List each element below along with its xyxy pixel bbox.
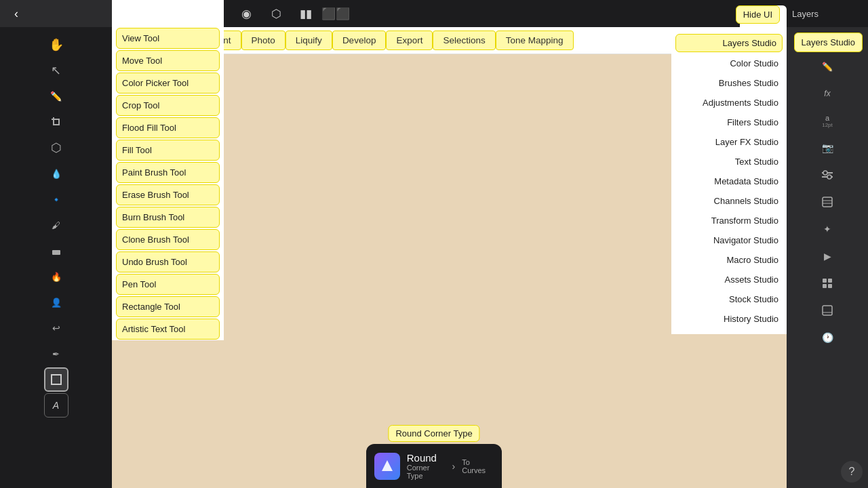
text-tool-icon[interactable]: A bbox=[44, 393, 68, 418]
bottom-text-group: Round Corner Type bbox=[407, 452, 446, 480]
layers-title: Layers bbox=[792, 9, 818, 19]
flood-fill-tool-label[interactable]: Flood Fill Tool bbox=[116, 117, 220, 138]
layers-header: Layers bbox=[787, 0, 868, 27]
fill-tool-label[interactable]: Fill Tool bbox=[116, 140, 220, 161]
svg-rect-4 bbox=[52, 250, 60, 255]
menu-export[interactable]: Export bbox=[386, 30, 433, 50]
move-tool-label[interactable]: Move Tool bbox=[116, 50, 220, 71]
eraser-tool-icon[interactable] bbox=[44, 239, 68, 263]
burn-brush-tool-label[interactable]: Burn Brush Tool bbox=[116, 207, 220, 228]
pencil-tool-icon[interactable]: ✏️ bbox=[44, 84, 68, 108]
sidebar-play-icon[interactable]: ▶ bbox=[815, 244, 840, 268]
studio-item-history[interactable]: History Studio bbox=[671, 309, 787, 329]
menu-develop[interactable]: Develop bbox=[332, 30, 387, 50]
svg-rect-13 bbox=[823, 279, 827, 283]
rectangle-tool-label[interactable]: Rectangle Tool bbox=[116, 296, 220, 317]
sidebar-layer-grid-icon[interactable] bbox=[815, 190, 840, 214]
layers-studio-tooltip[interactable]: Layers Studio bbox=[794, 33, 863, 52]
svg-rect-14 bbox=[828, 279, 832, 283]
sidebar-clock-icon[interactable]: 🕐 bbox=[815, 325, 840, 350]
studio-item-stock[interactable]: Stock Studio bbox=[671, 289, 787, 309]
tool-labels-panel: View Tool Move Tool Color Picker Tool Cr… bbox=[112, 0, 224, 340]
svg-rect-10 bbox=[823, 197, 832, 207]
nav-icon-undo[interactable]: ◉ bbox=[231, 0, 261, 27]
studio-item-navigator[interactable]: Navigator Studio bbox=[671, 230, 787, 250]
bottom-panel: Round Corner Type › To Curves bbox=[366, 444, 502, 488]
studio-item-adjustments[interactable]: Adjustments Studio bbox=[671, 93, 787, 113]
nav-icon-grid[interactable]: ⬛⬛ bbox=[321, 0, 351, 27]
eyedropper-tool-icon[interactable]: 💧 bbox=[44, 161, 68, 186]
svg-rect-2 bbox=[58, 119, 60, 125]
pen-tool-label[interactable]: Pen Tool bbox=[116, 274, 220, 295]
shapes-tool-icon[interactable]: ⬡ bbox=[44, 136, 68, 160]
menu-tone-mapping[interactable]: Tone Mapping bbox=[496, 30, 574, 50]
svg-rect-5 bbox=[52, 375, 61, 384]
right-sidebar-icons: ✏️ fx a 12pt 📷 ✦ bbox=[787, 27, 868, 355]
studio-item-channels[interactable]: Channels Studio bbox=[671, 191, 787, 211]
app-logo bbox=[374, 453, 400, 480]
svg-rect-16 bbox=[828, 284, 832, 288]
paint-brush-icon[interactable]: 🖌 bbox=[44, 213, 68, 237]
view-tool-label[interactable]: View Tool bbox=[116, 28, 220, 49]
studio-item-filters[interactable]: Filters Studio bbox=[671, 113, 787, 132]
left-toolbar: ‹ ✋ ↖ ✏️ ⬡ 💧 🔹 🖌 bbox=[0, 0, 112, 488]
svg-rect-17 bbox=[823, 306, 832, 315]
artistic-text-tool-label[interactable]: Artistic Text Tool bbox=[116, 319, 220, 340]
studio-item-layer-fx[interactable]: Layer FX Studio bbox=[671, 132, 787, 152]
bottom-right-text: To Curves bbox=[462, 458, 494, 474]
cursor-tool-icon[interactable]: ↖ bbox=[44, 58, 68, 83]
crop-tool-icon[interactable] bbox=[44, 110, 68, 134]
sidebar-brush-icon[interactable]: ✏️ bbox=[815, 54, 840, 79]
studio-panel: Layers Studio Color Studio Brushes Studi… bbox=[671, 27, 787, 334]
svg-rect-15 bbox=[823, 284, 827, 288]
sidebar-photo-icon[interactable] bbox=[815, 298, 840, 323]
fill-tool-icon[interactable]: 🔹 bbox=[44, 187, 68, 211]
studio-item-layers[interactable]: Layers Studio bbox=[675, 34, 783, 52]
undo-brush-icon[interactable]: ↩ bbox=[44, 316, 68, 340]
sidebar-sliders-icon[interactable] bbox=[815, 163, 840, 187]
studio-item-macro[interactable]: Macro Studio bbox=[671, 250, 787, 270]
studio-item-color[interactable]: Color Studio bbox=[671, 54, 787, 73]
top-bar: ‹ bbox=[0, 0, 112, 27]
nav-icon-bars[interactable]: ▮▮ bbox=[291, 0, 321, 27]
heal-tool-icon[interactable]: 🔥 bbox=[44, 264, 68, 289]
sidebar-text-icon[interactable]: a 12pt bbox=[815, 108, 840, 133]
sidebar-sparkle-icon[interactable]: ✦ bbox=[815, 217, 840, 241]
rectangle-tool-icon[interactable] bbox=[44, 367, 68, 392]
pan-tool-icon[interactable]: ✋ bbox=[44, 33, 68, 57]
menu-liquify[interactable]: Liquify bbox=[285, 30, 332, 50]
corner-type-label: Round Corner Type bbox=[388, 425, 479, 442]
bottom-right-text-group: To Curves bbox=[462, 458, 494, 474]
studio-item-assets[interactable]: Assets Studio bbox=[671, 270, 787, 289]
studio-item-brushes[interactable]: Brushes Studio bbox=[671, 73, 787, 93]
right-sidebar: Layers ✏️ fx a 12pt 📷 bbox=[787, 0, 868, 488]
bottom-arrow-icon: › bbox=[452, 461, 456, 472]
bottom-main-text: Round bbox=[407, 452, 446, 464]
svg-point-8 bbox=[823, 171, 827, 175]
sidebar-fx-icon[interactable]: fx bbox=[815, 81, 840, 106]
color-picker-tool-label[interactable]: Color Picker Tool bbox=[116, 73, 220, 94]
tool-icons-container: ✋ ↖ ✏️ ⬡ 💧 🔹 🖌 🔥 👤 bbox=[0, 27, 112, 488]
svg-point-9 bbox=[827, 175, 831, 179]
crop-tool-label[interactable]: Crop Tool bbox=[116, 95, 220, 116]
back-button[interactable]: ‹ bbox=[5, 3, 27, 24]
studio-item-metadata[interactable]: Metadata Studio bbox=[671, 171, 787, 191]
paint-brush-tool-label[interactable]: Paint Brush Tool bbox=[116, 162, 220, 183]
help-button[interactable]: ? bbox=[841, 461, 863, 483]
svg-rect-3 bbox=[52, 119, 58, 120]
sidebar-apps-icon[interactable] bbox=[815, 271, 840, 296]
hide-ui-tooltip[interactable]: Hide UI bbox=[736, 5, 780, 24]
clone-tool-icon[interactable]: 👤 bbox=[44, 290, 68, 314]
studio-item-text[interactable]: Text Studio bbox=[671, 152, 787, 171]
undo-brush-tool-label[interactable]: Undo Brush Tool bbox=[116, 251, 220, 272]
pen-tool-icon[interactable]: ✒ bbox=[44, 342, 68, 366]
nav-icon-redo[interactable]: ⬡ bbox=[261, 0, 291, 27]
menu-photo[interactable]: Photo bbox=[241, 30, 285, 50]
sidebar-camera-icon[interactable]: 📷 bbox=[815, 136, 840, 160]
clone-brush-tool-label[interactable]: Clone Brush Tool bbox=[116, 229, 220, 250]
bottom-panel-inner: Round Corner Type › To Curves bbox=[374, 452, 494, 480]
menu-selections[interactable]: Selections bbox=[433, 30, 495, 50]
studio-item-transform[interactable]: Transform Studio bbox=[671, 211, 787, 230]
erase-brush-tool-label[interactable]: Erase Brush Tool bbox=[116, 184, 220, 205]
bottom-sub-text: Corner Type bbox=[407, 464, 446, 480]
